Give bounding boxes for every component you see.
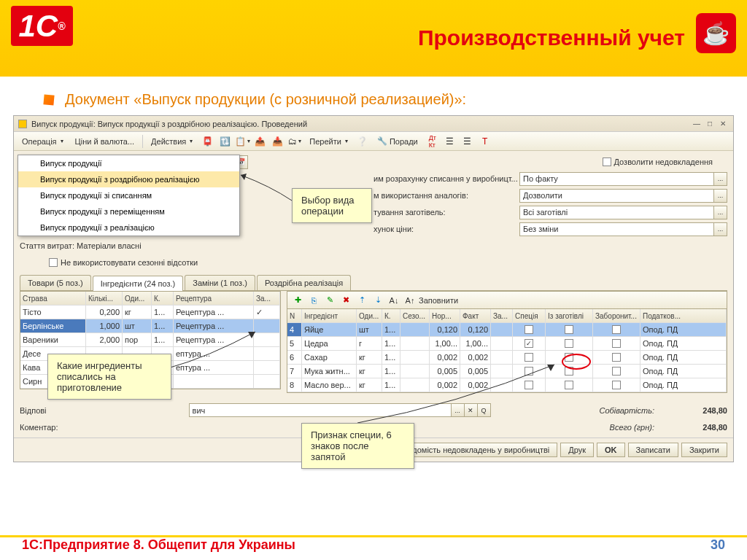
goto-dropdown[interactable]: Перейти — [304, 135, 353, 148]
spice-highlight — [562, 354, 591, 370]
callout-operation: Выбор вида операции — [292, 188, 372, 223]
menu-item-2[interactable]: Випуск продукції зі списанням — [18, 187, 239, 203]
season-checkbox[interactable] — [49, 258, 58, 267]
page-number: 30 — [711, 537, 725, 553]
resp-select[interactable]: ... — [452, 403, 465, 417]
window-icon — [18, 120, 27, 128]
regime-field[interactable]: По факту — [519, 172, 714, 186]
tab-retail[interactable]: Роздрібна реалізація — [257, 275, 351, 290]
tab-goods[interactable]: Товари (5 поз.) — [20, 275, 91, 290]
comment-label: Коментар: — [20, 423, 58, 432]
subtitle: Документ «Выпуск продукции (с розничной … — [0, 77, 747, 115]
col-qty: Кількі... — [86, 292, 123, 305]
slide-header: 1C® Производственный учет ☕ — [0, 0, 747, 77]
edit-icon[interactable]: ✎ — [322, 294, 337, 307]
page-footer: 1С:Предприятие 8. Общепит для Украины 30 — [0, 535, 747, 553]
logo-1c: 1C® — [11, 6, 73, 46]
menu-item-1[interactable]: Випуск продукції з роздрібною реалізаціє… — [18, 171, 239, 187]
save-button[interactable]: Записати — [628, 443, 678, 457]
run-icon[interactable]: 📤 — [252, 134, 268, 149]
ingredients-toolbar: ✚ ⎘ ✎ ✖ ⇡ ⇣ A↓ A↑ Заповнити — [287, 291, 727, 308]
cost-label: Собівартість: — [599, 406, 654, 415]
zagot-select-button[interactable]: ... — [714, 206, 727, 219]
tips-button[interactable]: 🔧Поради — [372, 134, 423, 148]
sort-desc-icon[interactable]: A↑ — [403, 294, 417, 307]
add-icon[interactable]: ✚ — [290, 294, 305, 307]
resp-field[interactable]: вич — [189, 403, 452, 417]
struct-icon[interactable]: 🗂 — [287, 134, 303, 149]
resp-open[interactable]: Q — [478, 403, 491, 417]
cost-row: Стаття витрат: Матеріали власні — [20, 241, 142, 250]
zagot-field[interactable]: Всі заготівлі — [519, 206, 714, 219]
prices-button[interactable]: Ціни й валюта... — [70, 135, 140, 148]
sort-asc-icon[interactable]: A↓ — [387, 294, 401, 307]
close-button[interactable]: Закрити — [681, 443, 727, 457]
footer-product: 1С:Предприятие 8. Общепит для Украины — [22, 537, 295, 553]
minimize-button[interactable]: — — [691, 119, 703, 129]
template-icon[interactable]: T — [477, 134, 493, 149]
import-icon[interactable]: 📥 — [269, 134, 285, 149]
titlebar: Випуск продукції: Випуск продукції з роз… — [14, 116, 733, 132]
toolbar: Операція Ціни й валюта... Действия 📮 🔃 📋… — [14, 132, 733, 151]
col-recipe: Рецептура — [174, 292, 254, 305]
help-icon[interactable]: ❔ — [355, 134, 371, 149]
up-icon[interactable]: ⇡ — [355, 294, 369, 307]
allow-short-label: Дозволити недовкладення — [614, 158, 713, 166]
regime-label: им розрахунку списання у виробницт... — [374, 174, 519, 183]
zagot-label: тування заготівель: — [374, 208, 519, 217]
tab-ingredients[interactable]: Інгредієнти (24 поз.) — [93, 276, 184, 291]
actions-dropdown[interactable]: Действия — [146, 135, 198, 148]
window-title: Випуск продукції: Випуск продукції з роз… — [31, 120, 307, 128]
coffee-icon: ☕ — [696, 13, 736, 53]
report-button[interactable]: Відомість недовкладень у виробництві — [398, 443, 558, 457]
callout-spice: Признак специи, 6 знаков после запятой — [301, 423, 414, 469]
callout-ingredients: Какие ингредиенты списались на приготовл… — [47, 354, 171, 400]
price-select-button[interactable]: ... — [714, 222, 727, 236]
list-icon[interactable]: ☰ — [442, 134, 458, 149]
maximize-button[interactable]: □ — [704, 119, 716, 129]
menu-item-3[interactable]: Випуск продукції з переміщенням — [18, 203, 239, 219]
allow-short-checkbox[interactable] — [603, 158, 611, 166]
total-value: 248,80 — [654, 423, 727, 432]
dtkt-icon[interactable]: ДтКт — [425, 134, 441, 149]
subtitle-text: Документ «Выпуск продукции (с розничной … — [65, 91, 466, 108]
col-dish: Страва — [20, 292, 86, 305]
list2-icon[interactable]: ☰ — [460, 134, 476, 149]
doc-icon[interactable]: 📋 — [234, 134, 250, 149]
col-za: За... — [254, 292, 280, 305]
close-button[interactable]: ✕ — [717, 119, 729, 129]
total-label: Всего (грн): — [610, 423, 654, 432]
refresh-icon[interactable]: 🔃 — [217, 134, 233, 149]
menu-item-4[interactable]: Випуск продукції з реалізацією — [18, 219, 239, 236]
down-icon[interactable]: ⇣ — [371, 294, 385, 307]
print-button[interactable]: Друк — [560, 443, 594, 457]
ok-button[interactable]: OK — [597, 443, 625, 457]
tab-subst[interactable]: Заміни (1 поз.) — [185, 275, 255, 290]
fill-dropdown[interactable]: Заповнити — [419, 296, 458, 305]
cost-value: 248,80 — [654, 406, 727, 415]
analog-select-button[interactable]: ... — [714, 189, 727, 203]
col-unit: Оди... — [123, 292, 152, 305]
resp-clear[interactable]: ✕ — [465, 403, 478, 417]
price-field[interactable]: Без зміни — [519, 222, 714, 236]
price-label: хунок ціни: — [374, 225, 519, 233]
bullet-icon — [43, 94, 54, 105]
header-title: Производственный учет — [418, 26, 685, 50]
operation-dropdown[interactable]: Операція — [17, 135, 69, 148]
tabstrip: Товари (5 поз.) Інгредієнти (24 поз.) За… — [20, 275, 727, 291]
ingredients-grid[interactable]: N Інгредієнт Оди... К. Сезо... Нор... Фа… — [287, 308, 727, 393]
analog-field[interactable]: Дозволити — [519, 189, 714, 203]
season-label: Не використовувати сезонні відсотки — [61, 258, 198, 267]
copy-icon[interactable]: ⎘ — [306, 294, 321, 307]
post-icon[interactable]: 📮 — [199, 134, 215, 149]
analog-label: м використання аналогів: — [374, 191, 519, 200]
delete-icon[interactable]: ✖ — [338, 294, 353, 307]
regime-select-button[interactable]: ... — [714, 172, 727, 186]
menu-item-0[interactable]: Випуск продукції — [18, 155, 239, 171]
operation-menu: Випуск продукції Випуск продукції з розд… — [18, 155, 240, 236]
resp-label: Відпові — [20, 406, 47, 415]
col-k: К. — [152, 292, 174, 305]
